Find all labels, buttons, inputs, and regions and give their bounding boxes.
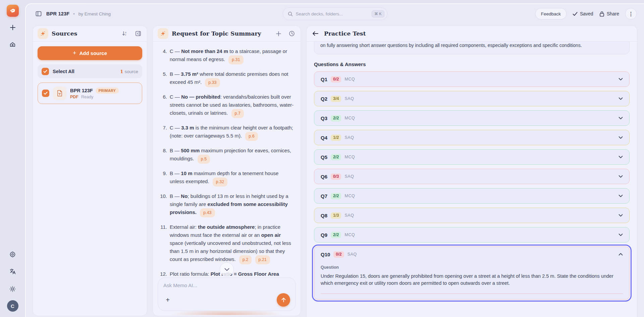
question-id: Q1 xyxy=(321,76,327,82)
question-header[interactable]: Q81/3SAQ xyxy=(314,208,629,223)
page-ref-badge[interactable]: p.5 xyxy=(198,155,210,164)
home-icon xyxy=(9,41,16,48)
summary-list-item: 8.B — 500 mm maximum projection for eave… xyxy=(156,147,294,164)
user-avatar[interactable]: C xyxy=(7,300,18,312)
chevron-up-icon xyxy=(619,253,623,256)
page-ref-badge[interactable]: p.6 xyxy=(245,132,258,141)
scroll-to-bottom-button[interactable] xyxy=(220,262,234,276)
send-button[interactable] xyxy=(277,293,290,307)
sources-sparkle-tile xyxy=(38,28,48,39)
question-card-q3[interactable]: Q32/2MCQ xyxy=(314,110,630,126)
recommendations-card: exact wording in the regulations. Practi… xyxy=(314,42,630,54)
chevron-down-icon xyxy=(619,195,623,197)
source-checkbox[interactable] xyxy=(42,90,49,97)
question-card-q5[interactable]: Q52/2MCQ xyxy=(314,149,630,165)
question-header[interactable]: Q32/2MCQ xyxy=(314,111,629,125)
chevron-down-icon xyxy=(619,214,623,217)
history-button[interactable] xyxy=(288,30,296,38)
item-number: 6. xyxy=(156,93,167,118)
question-card-q8[interactable]: Q81/3SAQ xyxy=(314,208,630,223)
question-id: Q4 xyxy=(321,135,327,141)
ask-ai-composer[interactable]: Ask Memo AI... + xyxy=(158,277,296,311)
new-chat-button[interactable] xyxy=(274,30,282,38)
item-number: 10. xyxy=(156,192,167,217)
feedback-button[interactable]: Feedback xyxy=(535,8,567,19)
summary-list-item: 7.C — 3.3 m is the minimum clear height … xyxy=(156,124,294,141)
summary-list-item: 6.C — No — prohibited: verandahs/balconi… xyxy=(156,93,294,118)
source-status: Ready xyxy=(81,95,93,99)
attach-button[interactable]: + xyxy=(163,296,172,304)
question-header[interactable]: Q10/2MCQ xyxy=(314,72,629,87)
page-ref-badge[interactable]: p.21 xyxy=(255,255,270,264)
qa-heading: Questions & Answers xyxy=(314,61,630,67)
plus-icon: + xyxy=(73,50,76,57)
collapse-sources-button[interactable] xyxy=(134,30,142,38)
gear-icon xyxy=(9,251,16,257)
question-type: MCQ xyxy=(344,155,355,159)
summary-list-item: 10.B — No; buildings of 13 m or less in … xyxy=(156,192,294,217)
theme-toggle-button[interactable] xyxy=(7,283,19,295)
chevron-down-icon xyxy=(619,233,623,236)
pdf-file-icon xyxy=(57,90,63,97)
lock-icon xyxy=(599,11,604,17)
question-header[interactable]: Q41/2SAQ xyxy=(314,130,629,145)
question-header[interactable]: Q60/3SAQ xyxy=(314,169,629,184)
kebab-icon: ⋮ xyxy=(628,11,634,17)
question-header[interactable]: Q72/2MCQ xyxy=(314,189,629,203)
score-badge: 0/2 xyxy=(333,251,344,258)
page-ref-badge[interactable]: p.7 xyxy=(231,109,244,118)
sidebar-toggle-button[interactable] xyxy=(35,10,43,18)
app-logo[interactable] xyxy=(7,5,19,17)
back-button[interactable] xyxy=(311,30,319,38)
sparkle-icon xyxy=(160,31,166,36)
question-card-q2[interactable]: Q23/4SAQ xyxy=(314,91,630,106)
question-id: Q7 xyxy=(321,193,327,199)
question-header[interactable]: Q52/2MCQ xyxy=(314,150,629,164)
topbar: BPR 123F • by Ernest Ching Search decks,… xyxy=(26,4,644,23)
plus-icon: + xyxy=(166,296,170,304)
add-source-button[interactable]: + Add source xyxy=(38,46,142,60)
home-button[interactable] xyxy=(7,38,19,50)
share-button[interactable]: Share xyxy=(599,11,619,17)
save-status-label: Saved xyxy=(580,11,593,16)
left-rail: C xyxy=(0,0,25,317)
question-header[interactable]: Q23/4SAQ xyxy=(314,91,629,106)
page-ref-badge[interactable]: p.2 xyxy=(239,255,252,264)
score-badge: 2/2 xyxy=(331,232,341,238)
content-area: Sources az + Add source xyxy=(26,23,644,317)
page-ref-badge[interactable]: p.33 xyxy=(205,78,220,87)
global-search-input[interactable]: Search decks, folders... ⌘ K xyxy=(283,7,387,20)
question-card-q1[interactable]: Q10/2MCQ xyxy=(314,71,630,87)
title-separator: • xyxy=(73,11,75,16)
question-card-q7[interactable]: Q72/2MCQ xyxy=(314,188,630,204)
question-card-q9[interactable]: Q92/2MCQ xyxy=(314,227,630,243)
sources-panel: Sources az + Add source xyxy=(33,25,147,316)
score-badge: 2/2 xyxy=(331,193,341,199)
select-all-checkbox[interactable] xyxy=(42,68,49,75)
summary-panel-title: Request for Topic Summary xyxy=(172,30,261,37)
arrow-up-icon xyxy=(281,297,286,303)
item-number: 11. xyxy=(156,223,167,264)
question-card-q6[interactable]: Q60/3SAQ xyxy=(314,169,630,184)
source-card[interactable]: BPR 123F PRIMARY PDF Ready xyxy=(38,83,142,104)
more-options-button[interactable]: ⋮ xyxy=(625,8,637,19)
page-ref-badge[interactable]: p.43 xyxy=(200,208,215,217)
question-card-q4[interactable]: Q41/2SAQ xyxy=(314,130,630,145)
page-ref-badge[interactable]: p.31 xyxy=(228,55,243,64)
question-header[interactable]: Q92/2MCQ xyxy=(314,227,629,242)
translate-button[interactable] xyxy=(7,265,19,277)
page-ref-badge[interactable]: p.32 xyxy=(213,177,227,187)
item-text: B — 3.75 m² where total domestic premise… xyxy=(170,70,294,87)
source-count: 1source xyxy=(120,69,138,74)
new-deck-button[interactable] xyxy=(7,21,19,34)
question-header[interactable]: Q100/2SAQ xyxy=(314,247,629,262)
svg-text:a: a xyxy=(125,31,126,34)
score-badge: 2/2 xyxy=(331,115,341,121)
question-type: MCQ xyxy=(344,116,355,120)
score-badge: 1/3 xyxy=(331,212,341,219)
settings-button[interactable] xyxy=(7,248,19,260)
sort-sources-button[interactable]: az xyxy=(121,30,129,38)
question-card-q10[interactable]: Q100/2SAQQuestionUnder Regulation 15, do… xyxy=(314,247,630,300)
item-text: B — No; buildings of 13 m or less in hei… xyxy=(170,192,294,217)
check-icon xyxy=(44,92,48,95)
